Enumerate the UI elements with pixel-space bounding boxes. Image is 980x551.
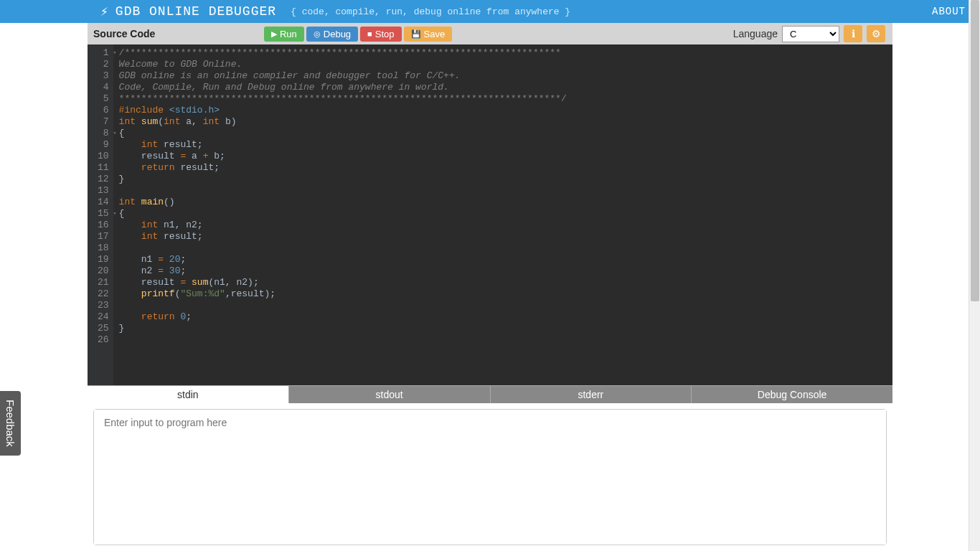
code-line[interactable]: GDB online is an online compiler and deb… (119, 70, 887, 82)
code-line[interactable]: result = a + b; (119, 151, 887, 162)
code-line[interactable]: int result; (119, 231, 887, 242)
code-line[interactable]: result = sum(n1, n2); (119, 277, 887, 288)
target-icon: ◎ (314, 29, 321, 39)
code-line[interactable]: #include <stdio.h> (119, 105, 887, 116)
code-line[interactable]: n1 = 20; (119, 254, 887, 265)
line-number: 21 (98, 277, 109, 288)
code-line[interactable] (119, 334, 887, 346)
stop-button[interactable]: ■Stop (360, 27, 401, 42)
line-number: 9 (98, 139, 109, 151)
line-number: 23 (98, 300, 109, 311)
language-select[interactable]: C (782, 26, 839, 42)
line-number: 12 (98, 174, 109, 185)
code-line[interactable]: printf("Sum:%d",result); (119, 288, 887, 300)
line-number: 20 (98, 265, 109, 277)
save-icon: 💾 (411, 29, 421, 39)
line-number: 3 (98, 70, 109, 82)
code-line[interactable]: /***************************************… (119, 47, 887, 59)
toolbar-buttons: ▶Run ◎Debug ■Stop 💾Save (264, 27, 452, 42)
tab-debug-console[interactable]: Debug Console (692, 386, 892, 403)
play-icon: ▶ (271, 29, 277, 39)
line-number: 16 (98, 220, 109, 231)
toolbar-right: Language C ℹ ⚙ (733, 25, 885, 42)
code-editor[interactable]: 1234567891011121314151617181920212223242… (88, 44, 892, 385)
line-number: 7 (98, 116, 109, 128)
line-number: 1 (98, 47, 109, 59)
line-number: 2 (98, 59, 109, 70)
code-line[interactable]: return result; (119, 162, 887, 174)
line-number: 24 (98, 311, 109, 323)
stdin-input[interactable] (94, 410, 886, 545)
tab-stderr[interactable]: stderr (491, 386, 692, 403)
info-icon: ℹ (852, 28, 855, 39)
code-line[interactable] (119, 300, 887, 311)
line-number: 22 (98, 288, 109, 300)
code-line[interactable]: return 0; (119, 311, 887, 323)
line-gutter: 1234567891011121314151617181920212223242… (88, 44, 113, 385)
source-code-label: Source Code (93, 28, 155, 39)
code-line[interactable]: { (119, 128, 887, 139)
run-button[interactable]: ▶Run (264, 27, 304, 42)
tab-stdout[interactable]: stdout (289, 386, 491, 403)
debug-button[interactable]: ◎Debug (306, 27, 358, 42)
code-line[interactable]: { (119, 208, 887, 220)
line-number: 14 (98, 197, 109, 208)
line-number: 11 (98, 162, 109, 174)
stop-label: Stop (375, 29, 395, 39)
line-number: 25 (98, 323, 109, 334)
output-tabs: stdin stdout stderr Debug Console (88, 385, 892, 403)
app-title: GDB ONLINE DEBUGGER (116, 4, 276, 19)
code-line[interactable]: int main() (119, 197, 887, 208)
page-scrollbar[interactable] (969, 0, 980, 551)
code-line[interactable]: n2 = 30; (119, 265, 887, 277)
line-number: 19 (98, 254, 109, 265)
gear-icon: ⚙ (872, 28, 881, 39)
save-button[interactable]: 💾Save (404, 27, 453, 42)
line-number: 26 (98, 334, 109, 346)
debug-label: Debug (324, 29, 351, 39)
code-line[interactable]: ****************************************… (119, 93, 887, 105)
io-panel (93, 409, 887, 545)
code-line[interactable]: } (119, 174, 887, 185)
info-button[interactable]: ℹ (844, 25, 862, 42)
feedback-tab[interactable]: Feedback (0, 391, 21, 456)
line-number: 5 (98, 93, 109, 105)
code-area[interactable]: /***************************************… (113, 44, 892, 385)
scroll-thumb[interactable] (971, 0, 979, 301)
code-line[interactable]: int n1, n2; (119, 220, 887, 231)
line-number: 10 (98, 151, 109, 162)
settings-button[interactable]: ⚙ (867, 25, 885, 42)
code-line[interactable] (119, 242, 887, 254)
code-line[interactable] (119, 185, 887, 197)
line-number: 18 (98, 242, 109, 254)
code-line[interactable]: int result; (119, 139, 887, 151)
line-number: 15 (98, 208, 109, 220)
line-number: 6 (98, 105, 109, 116)
line-number: 17 (98, 231, 109, 242)
bolt-icon: ⚡ (100, 4, 108, 19)
run-label: Run (280, 29, 297, 39)
line-number: 4 (98, 82, 109, 93)
save-label: Save (424, 29, 446, 39)
app-header: ⚡ GDB ONLINE DEBUGGER { code, compile, r… (0, 0, 980, 23)
line-number: 8 (98, 128, 109, 139)
code-line[interactable]: int sum(int a, int b) (119, 116, 887, 128)
code-line[interactable]: Code, Compile, Run and Debug online from… (119, 82, 887, 93)
toolbar: Source Code ▶Run ◎Debug ■Stop 💾Save Lang… (88, 23, 892, 44)
code-line[interactable]: } (119, 323, 887, 334)
app-tagline: { code, compile, run, debug online from … (291, 6, 570, 17)
about-link[interactable]: ABOUT (932, 6, 966, 17)
language-label: Language (733, 28, 778, 39)
tab-stdin[interactable]: stdin (88, 386, 289, 403)
line-number: 13 (98, 185, 109, 197)
stop-icon: ■ (367, 29, 372, 38)
code-line[interactable]: Welcome to GDB Online. (119, 59, 887, 70)
